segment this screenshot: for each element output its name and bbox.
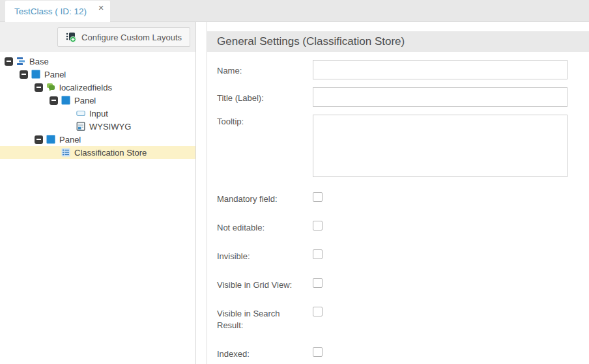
panel-icon — [46, 135, 55, 144]
field-label: Visible in Grid View: — [217, 278, 303, 291]
field-label: Indexed: — [217, 347, 303, 360]
collapse-icon[interactable] — [35, 135, 43, 144]
collapse-icon[interactable] — [5, 57, 13, 66]
hierarchy-icon — [16, 57, 25, 66]
field-label: Name: — [217, 60, 303, 77]
field-label: Invisible: — [217, 249, 303, 262]
mandatory-field-checkbox[interactable] — [313, 192, 323, 202]
form-row-mandatory-field: Mandatory field: — [217, 192, 567, 205]
general-settings-panel: General Settings (Classification Store) … — [207, 22, 589, 364]
tab-title: TestClass ( ID: 12) — [14, 7, 87, 16]
wysiwyg-icon — [76, 122, 85, 131]
tree-item-label: Panel — [74, 96, 96, 105]
visible-in-search-result-checkbox[interactable] — [313, 307, 323, 316]
tree-item-panel[interactable]: Panel — [0, 68, 195, 81]
localizedfields-icon — [46, 83, 55, 92]
input-icon — [76, 109, 85, 118]
collapse-icon[interactable] — [20, 70, 28, 79]
indexed-checkbox[interactable] — [313, 347, 323, 357]
tab-testclass[interactable]: TestClass ( ID: 12) ✕ — [5, 1, 110, 22]
panel-icon — [61, 96, 70, 105]
configure-layouts-label: Configure Custom Layouts — [81, 33, 182, 42]
name-input[interactable] — [313, 60, 567, 79]
form-row-visible-in-grid-view: Visible in Grid View: — [217, 278, 567, 291]
panel-header-title: General Settings (Classification Store) — [217, 35, 405, 48]
field-label: Not editable: — [217, 221, 303, 234]
tree-item-label: Classification Store — [74, 148, 147, 158]
tree-item-wysiwyg[interactable]: WYSIWYG — [0, 120, 195, 133]
tree-item-input[interactable]: Input — [0, 107, 195, 120]
invisible-checkbox[interactable] — [313, 249, 323, 259]
content-area: Configure Custom Layouts BasePanellocali… — [0, 22, 589, 364]
tree-item-base[interactable]: Base — [0, 55, 195, 68]
layout-tree: BasePanellocalizedfieldsPanelInputWYSIWY… — [0, 52, 195, 364]
form-row-title-label: Title (Label): — [217, 87, 567, 107]
panel-splitter[interactable] — [196, 22, 207, 364]
class-editor-tree-panel: Configure Custom Layouts BasePanellocali… — [0, 22, 196, 364]
form-row-invisible: Invisible: — [217, 249, 567, 262]
expander-spacer — [50, 148, 58, 157]
field-control-wrap — [313, 192, 567, 204]
settings-form: Name:Title (Label):Tooltip:Mandatory fie… — [207, 52, 589, 360]
form-row-visible-in-search-result: Visible in Search Result: — [217, 307, 567, 331]
tree-item-panel[interactable]: Panel — [0, 94, 195, 107]
field-control-wrap — [313, 60, 567, 79]
expander-spacer — [65, 122, 73, 131]
field-label: Mandatory field: — [217, 192, 303, 205]
tree-item-label: Panel — [44, 70, 66, 79]
field-label: Title (Label): — [217, 87, 303, 104]
field-control-wrap — [313, 115, 567, 180]
tree-item-label: WYSIWYG — [89, 122, 131, 132]
tree-toolbar: Configure Custom Layouts — [0, 22, 195, 52]
field-label: Visible in Search Result: — [217, 307, 303, 331]
not-editable-checkbox[interactable] — [313, 221, 323, 231]
field-control-wrap — [313, 347, 567, 359]
form-row-indexed: Indexed: — [217, 347, 567, 360]
field-control-wrap — [313, 87, 567, 107]
classification-store-icon — [61, 148, 70, 157]
configure-layouts-icon — [66, 32, 76, 42]
form-row-not-editable: Not editable: — [217, 221, 567, 234]
tree-item-label: Base — [29, 57, 49, 66]
field-control-wrap — [313, 307, 567, 319]
panel-header: General Settings (Classification Store) — [207, 31, 589, 52]
tree-item-label: Panel — [59, 135, 81, 145]
configure-custom-layouts-button[interactable]: Configure Custom Layouts — [57, 27, 190, 47]
form-row-name: Name: — [217, 60, 567, 79]
expander-spacer — [65, 109, 73, 118]
form-row-tooltip: Tooltip: — [217, 115, 567, 180]
collapse-icon[interactable] — [35, 83, 43, 92]
close-icon[interactable]: ✕ — [96, 3, 106, 12]
title-label-input[interactable] — [313, 87, 567, 107]
field-control-wrap — [313, 278, 567, 290]
collapse-icon[interactable] — [50, 96, 58, 105]
field-label: Tooltip: — [217, 115, 303, 128]
tooltip-textarea[interactable] — [313, 115, 567, 177]
tab-strip: TestClass ( ID: 12) ✕ — [0, 0, 589, 22]
tree-item-classification-store[interactable]: Classification Store — [0, 146, 195, 159]
tree-item-panel[interactable]: Panel — [0, 133, 195, 146]
tree-item-label: Input — [89, 109, 108, 119]
tree-item-label: localizedfields — [59, 83, 112, 92]
field-control-wrap — [313, 221, 567, 233]
tree-item-localizedfields[interactable]: localizedfields — [0, 81, 195, 94]
field-control-wrap — [313, 249, 567, 262]
panel-icon — [31, 70, 40, 79]
visible-in-grid-view-checkbox[interactable] — [313, 278, 323, 288]
